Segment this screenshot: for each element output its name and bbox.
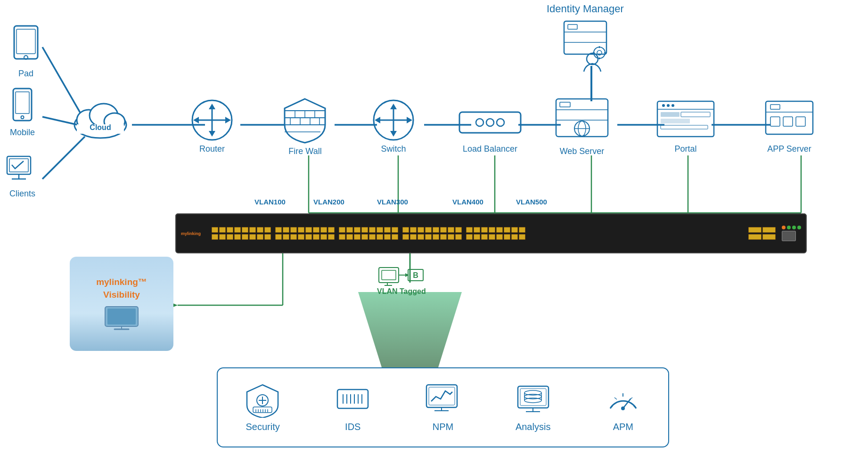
- svg-marker-63: [375, 117, 380, 123]
- security-icon: [243, 382, 283, 418]
- svg-point-68: [497, 119, 504, 126]
- svg-rect-135: [518, 386, 549, 408]
- tool-security: Security: [243, 382, 283, 432]
- svg-rect-111: [107, 309, 136, 325]
- firewall-icon: [278, 97, 332, 144]
- cloud-node: Cloud: [70, 99, 131, 141]
- svg-point-67: [486, 119, 494, 126]
- vlan500-label: VLAN500: [516, 198, 547, 206]
- vlan300-label: VLAN300: [377, 198, 408, 206]
- svg-rect-25: [16, 29, 35, 54]
- switch-hardware-visual: mylinking: [175, 213, 807, 253]
- tool-ids: IDS: [333, 382, 373, 432]
- svg-marker-45: [193, 117, 199, 123]
- svg-marker-62: [390, 131, 397, 137]
- identity-manager-icon: [555, 19, 616, 75]
- portal-icon: [655, 99, 716, 141]
- network-diagram: Pad Mobile Clients Cloud: [0, 0, 868, 463]
- svg-marker-22: [358, 292, 462, 367]
- apm-icon: [603, 382, 643, 418]
- tool-analysis: Analysis: [513, 382, 553, 432]
- webserver-node: Web Server: [551, 97, 613, 156]
- tools-panel: Security IDS: [217, 367, 669, 447]
- svg-point-66: [476, 119, 483, 126]
- portal-node: Portal: [655, 99, 716, 154]
- svg-marker-61: [390, 104, 397, 109]
- svg-rect-96: [766, 101, 813, 134]
- vlan100-label: VLAN100: [254, 198, 286, 206]
- vlan200-label: VLAN200: [313, 198, 344, 206]
- svg-rect-72: [568, 24, 577, 29]
- svg-rect-65: [459, 112, 521, 133]
- cloud-icon: Cloud: [70, 99, 131, 141]
- pad-node: Pad: [9, 24, 42, 79]
- tool-apm: APM: [603, 382, 643, 432]
- vlan-tagged-icon: B: [378, 264, 425, 287]
- analysis-icon: [513, 382, 553, 418]
- svg-rect-69: [564, 21, 606, 54]
- svg-text:B: B: [413, 271, 418, 279]
- svg-point-74: [594, 47, 605, 58]
- appserver-icon: [763, 99, 815, 141]
- monitor-graphic: [103, 306, 140, 332]
- vlan-tagged-area: B VLAN Tagged: [377, 264, 426, 296]
- svg-marker-44: [209, 131, 215, 137]
- svg-rect-100: [796, 117, 805, 126]
- svg-rect-103: [382, 270, 396, 280]
- svg-rect-98: [770, 117, 780, 126]
- clients-icon: [5, 155, 40, 186]
- router-icon: [186, 99, 238, 141]
- svg-marker-43: [209, 104, 215, 109]
- visibility-monitor: mylinking™ Visibility: [70, 257, 173, 351]
- svg-point-73: [587, 53, 598, 65]
- tool-npm: NPM: [423, 382, 463, 432]
- svg-point-95: [671, 104, 674, 107]
- svg-marker-64: [407, 117, 412, 123]
- svg-point-94: [667, 104, 670, 107]
- svg-rect-91: [661, 119, 690, 123]
- svg-rect-101: [770, 105, 780, 109]
- svg-rect-124: [337, 390, 368, 408]
- svg-line-2: [42, 137, 85, 179]
- appserver-node: APP Server: [763, 99, 815, 154]
- svg-rect-83: [560, 102, 570, 107]
- svg-rect-92: [661, 125, 708, 129]
- visibility-brand: mylinking™ Visibility: [96, 276, 147, 301]
- npm-icon: [423, 382, 463, 418]
- svg-marker-46: [225, 117, 231, 123]
- vlan400-label: VLAN400: [452, 198, 483, 206]
- loadbalancer-icon: [457, 104, 523, 141]
- pad-icon: [9, 24, 42, 66]
- router-node: Router: [186, 99, 238, 154]
- svg-rect-89: [661, 112, 680, 117]
- ids-icon: [333, 382, 373, 418]
- firewall-node: Fire Wall: [278, 97, 332, 156]
- svg-rect-28: [16, 92, 29, 114]
- loadbalancer-node: Load Balancer: [457, 104, 523, 154]
- svg-rect-99: [783, 117, 793, 126]
- mobile-node: Mobile: [9, 87, 35, 138]
- svg-point-150: [621, 406, 625, 410]
- mobile-icon: [9, 87, 35, 125]
- switch-node: Switch: [368, 99, 419, 154]
- clients-node: Clients: [5, 155, 40, 199]
- svg-point-93: [662, 104, 665, 107]
- svg-line-147: [614, 398, 617, 399]
- svg-rect-90: [681, 112, 710, 117]
- switch-icon: [368, 99, 419, 141]
- vlan-tagged-label: VLAN Tagged: [377, 287, 426, 296]
- svg-text:Cloud: Cloud: [90, 123, 111, 131]
- webserver-icon: [551, 97, 613, 144]
- svg-rect-80: [556, 99, 608, 137]
- svg-point-29: [21, 116, 24, 119]
- identity-manager-node: Identity Manager: [547, 0, 624, 75]
